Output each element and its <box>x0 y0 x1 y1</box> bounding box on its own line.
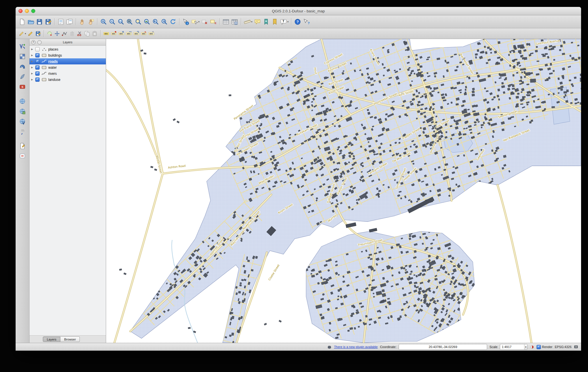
layer-visibility-checkbox[interactable] <box>35 53 40 57</box>
layer-visibility-checkbox[interactable] <box>35 77 40 82</box>
zoom-to-layer-button[interactable] <box>143 18 151 26</box>
node-tool-button[interactable] <box>61 30 68 37</box>
stop-rendering-icon[interactable] <box>530 345 534 349</box>
new-composer-button[interactable] <box>57 18 65 26</box>
expand-arrow-icon[interactable]: ▶ <box>31 48 34 51</box>
delete-selected-button[interactable] <box>69 30 76 37</box>
zoom-next-button[interactable] <box>160 18 169 26</box>
measure-dropdown-arrow-icon[interactable]: ▾ <box>251 21 252 23</box>
remove-layer-button[interactable] <box>18 152 27 160</box>
show-bookmarks-button[interactable] <box>271 18 279 26</box>
add-postgis-layer-button[interactable] <box>18 62 27 71</box>
map-svg[interactable]: Geelhout AvenueCypress StreetKosmos Stre… <box>106 39 581 343</box>
attributes-table-button[interactable] <box>222 18 230 26</box>
open-project-button[interactable] <box>27 18 35 26</box>
add-wms-layer-button[interactable] <box>18 97 27 105</box>
expand-arrow-icon[interactable]: ▶ <box>31 72 34 75</box>
whats-this-button[interactable]: ? <box>302 18 310 26</box>
add-vector-layer-button[interactable] <box>18 42 27 51</box>
save-project-button[interactable] <box>35 18 44 26</box>
minimize-window-button[interactable] <box>25 9 29 13</box>
current-edits-dropdown-arrow-icon[interactable]: ▾ <box>25 32 26 35</box>
layer-visibility-checkbox[interactable] <box>35 65 40 70</box>
zoom-window-button[interactable] <box>31 9 35 13</box>
zoom-in-button[interactable] <box>99 18 108 26</box>
toggle-editing-button[interactable] <box>27 30 34 37</box>
expand-arrow-icon[interactable]: ▶ <box>31 54 34 57</box>
zoom-out-button[interactable] <box>108 18 117 26</box>
select-by-expression-button[interactable]: ε <box>209 18 217 26</box>
zoom-full-button[interactable] <box>125 18 134 26</box>
select-features-dropdown-arrow-icon[interactable]: ▾ <box>198 21 199 23</box>
layer-item-landuse[interactable]: ▶landuse <box>29 77 106 83</box>
move-feature-button[interactable] <box>53 30 61 37</box>
label-layer-button[interactable]: abc <box>103 30 110 37</box>
scale-combo[interactable]: 1:4917 ▾ <box>500 344 528 350</box>
zoom-to-selection-icon <box>135 18 142 25</box>
add-feature-button[interactable] <box>46 30 53 37</box>
text-annotation-button[interactable]: T▾ <box>279 18 289 26</box>
help-button[interactable]: ? <box>293 18 302 26</box>
expand-arrow-icon[interactable]: ▶ <box>31 60 34 63</box>
select-features-button[interactable]: ▾ <box>190 18 200 26</box>
copy-features-button[interactable] <box>84 30 91 37</box>
pan-to-selection-button[interactable] <box>87 18 95 26</box>
label-pin-button[interactable]: abc <box>110 30 117 37</box>
add-mssql-layer-button[interactable]: S <box>18 82 27 91</box>
new-shapefile-layer-button[interactable] <box>18 142 27 150</box>
plugin-link[interactable]: There is a new plugin available <box>334 345 378 349</box>
label-rotate-button[interactable]: abc <box>133 30 140 37</box>
map-tips-button[interactable] <box>253 18 262 26</box>
field-calculator-button[interactable] <box>230 18 239 26</box>
current-edits-button[interactable]: ▾ <box>18 30 27 37</box>
label-properties-icon: abc <box>148 31 154 37</box>
refresh-button[interactable] <box>169 18 177 26</box>
save-project-as-button[interactable] <box>44 18 52 26</box>
map-canvas[interactable]: Geelhout AvenueCypress StreetKosmos Stre… <box>106 39 581 343</box>
measure-button[interactable]: ▾ <box>243 18 253 26</box>
panel-detach-icon[interactable]: ◦ <box>37 40 42 44</box>
label-show-hide-button[interactable]: abc <box>118 30 125 37</box>
close-window-button[interactable] <box>19 9 23 13</box>
layer-item-places[interactable]: ▶places <box>29 46 106 52</box>
paste-features-button[interactable] <box>91 30 98 37</box>
expand-arrow-icon[interactable]: ▶ <box>31 78 34 81</box>
layer-visibility-checkbox[interactable] <box>35 47 40 51</box>
pan-map-button[interactable] <box>78 18 86 26</box>
label-move-button[interactable]: abc <box>125 30 132 37</box>
zoom-last-button[interactable] <box>151 18 160 26</box>
label-properties-button[interactable]: abc <box>148 30 155 37</box>
new-project-button[interactable] <box>18 18 26 26</box>
main-content: S, ✕ ◦ Layers ▶places▶buildings▶roads▶wa… <box>16 39 581 343</box>
layer-item-buildings[interactable]: ▶buildings <box>29 52 106 58</box>
panel-close-icon[interactable]: ✕ <box>31 40 36 44</box>
add-delimited-text-layer-button[interactable]: , <box>18 127 27 136</box>
composer-manager-button[interactable] <box>65 18 74 26</box>
add-raster-layer-button[interactable] <box>18 52 27 61</box>
layer-item-rivers[interactable]: ▶rivers <box>29 70 106 77</box>
coordinate-input[interactable] <box>399 344 487 350</box>
zoom-to-selection-button[interactable] <box>134 18 143 26</box>
expand-arrow-icon[interactable]: ▶ <box>31 66 34 69</box>
crs-status-button[interactable] <box>574 345 578 349</box>
cut-features-button[interactable] <box>76 30 83 37</box>
new-bookmark-button[interactable] <box>262 18 270 26</box>
deselect-all-button[interactable] <box>200 18 209 26</box>
text-annotation-dropdown-arrow-icon[interactable]: ▾ <box>287 21 289 23</box>
layer-item-water[interactable]: ▶water <box>29 64 106 70</box>
add-spatialite-layer-button[interactable] <box>18 72 27 81</box>
add-wfs-layer-button[interactable] <box>18 117 27 126</box>
panel-tab-browser[interactable]: Browser <box>60 336 80 342</box>
layer-visibility-checkbox[interactable] <box>35 71 40 76</box>
render-checkbox[interactable]: Render <box>537 345 552 349</box>
render-checkbox-box[interactable] <box>537 345 541 349</box>
zoom-actual-button[interactable]: 1:1 <box>117 18 125 26</box>
save-layer-edits-button[interactable] <box>34 30 42 37</box>
label-pin-icon: abc <box>111 31 117 37</box>
layer-item-roads[interactable]: ▶roads <box>29 58 106 64</box>
add-wcs-layer-button[interactable] <box>18 107 27 116</box>
identify-button[interactable]: i <box>182 18 190 26</box>
label-change-button[interactable]: abc <box>140 30 147 37</box>
layer-visibility-checkbox[interactable] <box>35 59 40 64</box>
panel-tab-layers[interactable]: Layers <box>43 336 60 342</box>
